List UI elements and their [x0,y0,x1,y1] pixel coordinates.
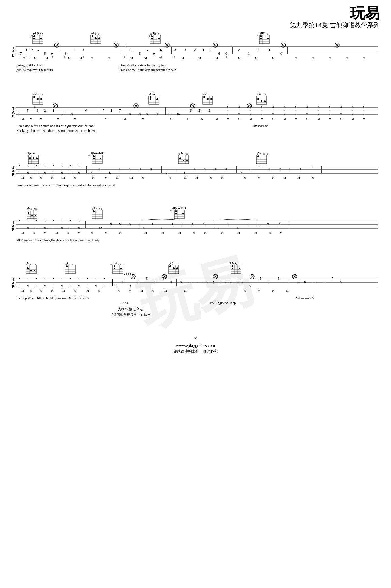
svg-text:M: M [280,231,282,234]
svg-text:0: 0 [51,51,53,56]
svg-text:1: 1 [99,167,101,171]
svg-text:5: 5 [230,280,232,284]
svg-text:M: M [92,176,95,179]
svg-text:×: × [95,284,97,288]
svg-text:M: M [295,57,297,60]
svg-text:×: × [78,171,80,175]
svg-text:×: × [44,218,46,223]
svg-text:M: M [269,231,271,234]
tab-svg-5: G x x x x A [11,261,380,327]
svg-text:×: × [69,276,71,281]
svg-text:×: × [69,263,70,265]
svg-text:M: M [272,176,275,179]
staff-section-1: #F5 2 x x x x A5 [11,31,380,83]
svg-point-158 [150,96,151,98]
svg-text:1.2.3.: 1.2.3. [123,302,129,305]
svg-text:M: M [57,117,59,121]
svg-text:x: x [118,263,119,265]
svg-text:0•: 0• [177,112,180,116]
svg-text:x: x [40,33,41,35]
svg-text:Rea-ching  a fev-er pitch  and: Rea-ching a fev-er pitch and it's brin-g… [16,124,95,128]
svg-text:5: 5 [27,108,29,113]
svg-text:x: x [178,208,179,210]
svg-text:x: x [265,93,266,96]
svg-text:x: x [42,93,43,96]
svg-point-23 [95,37,97,39]
svg-text:#: # [34,105,36,109]
tab-svg-2: A5 x x x #F5 2 [11,92,380,142]
svg-text:大拇指拍低音弦: 大拇指拍低音弦 [118,307,143,311]
svg-text:×: × [306,112,308,116]
svg-text:M: M [21,117,24,121]
svg-text:×: × [35,171,37,175]
svg-text:x: x [33,93,34,96]
svg-text:5: 5 [241,280,243,284]
svg-point-529 [27,267,29,269]
svg-text:M: M [295,117,297,121]
svg-point-305 [36,157,38,159]
svg-text:M: M [272,57,275,60]
svg-text:1: 1 [129,167,131,171]
svg-point-329 [186,160,188,161]
svg-point-50 [260,35,262,37]
svg-point-557 [120,268,122,269]
svg-text:x: x [101,208,102,210]
svg-text:1: 1 [257,222,259,226]
svg-text:×: × [35,284,37,288]
svg-text:B: B [12,173,14,177]
svg-point-36 [151,35,153,37]
svg-text:M: M [55,231,58,234]
svg-text:M: M [272,117,275,121]
svg-text:M: M [317,117,320,121]
svg-text:x: x [263,33,264,35]
svg-text:M: M [312,57,314,60]
svg-text:0: 0 [225,51,227,56]
svg-text:↑: ↑ [206,280,208,284]
svg-text:6: 6 [162,226,163,230]
svg-point-182 [261,100,262,102]
svg-text:2: 2 [147,96,148,98]
svg-text:M: M [118,289,120,292]
svg-text:M: M [164,289,167,292]
svg-point-454 [182,213,184,214]
svg-text:x: x [35,263,36,265]
svg-text:—: — [312,280,316,284]
svg-text:—: — [188,280,192,284]
svg-point-159 [150,98,151,100]
svg-text:M: M [142,176,144,179]
svg-point-316 [93,158,95,159]
svg-text:M: M [215,117,218,121]
svg-text:M: M [123,117,126,121]
svg-text:x: x [153,93,154,96]
svg-text:2: 2 [149,35,150,38]
svg-text:M: M [244,289,246,292]
svg-text:M: M [162,231,164,234]
svg-text:M: M [130,176,133,179]
svg-text:B5: B5 [113,261,117,265]
svg-text:3: 3 [208,108,210,113]
svg-text:M: M [21,289,24,292]
svg-text:x: x [98,33,99,35]
svg-text:×: × [272,112,274,116]
svg-text:1: 1 [210,48,212,52]
svg-text:M: M [105,231,107,234]
svg-text:3: 3 [203,222,205,226]
svg-text:M: M [33,231,35,234]
svg-text:6: 6 [139,51,141,56]
svg-point-328 [183,160,184,161]
svg-text:M: M [30,289,32,292]
svg-text:M: M [86,289,89,292]
svg-point-583 [232,265,233,267]
svg-text:x: x [169,263,170,265]
svg-text:M: M [91,231,93,234]
svg-text:×: × [69,226,71,230]
svg-text:Th-ere's    a fi-re    st-a-rt: Th-ere's a fi-re st-a-rtingin my heart [119,63,168,67]
svg-text:1: 1 [96,210,98,213]
svg-text:x: x [203,93,204,96]
svg-point-570 [169,265,171,267]
svg-text:Rol-linginthe Deep: Rol-linginthe Deep [210,301,236,305]
svg-text:M: M [193,231,195,234]
svg-text:×: × [69,171,71,175]
svg-text:3: 3 [137,280,139,284]
svg-text:×: × [69,218,71,223]
